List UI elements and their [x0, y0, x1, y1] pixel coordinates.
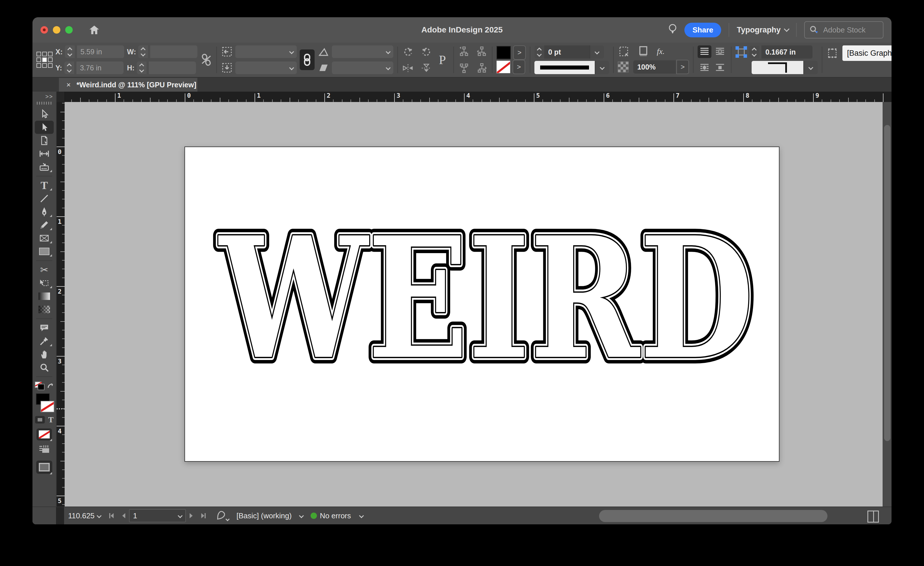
- gap-tool[interactable]: [35, 147, 54, 160]
- constrain-scale-link-button[interactable]: [300, 50, 315, 70]
- ruler-origin-corner[interactable]: [57, 92, 65, 102]
- stroke-weight-stepper[interactable]: [534, 46, 544, 58]
- x-stepper[interactable]: [65, 45, 75, 58]
- jump-object-button[interactable]: [713, 62, 727, 74]
- effects-fx-button[interactable]: fx.: [657, 47, 664, 56]
- selection-tool[interactable]: [35, 107, 54, 121]
- wrap-around-bounding-box-button[interactable]: [713, 45, 727, 58]
- fill-color-swatch[interactable]: [496, 46, 511, 59]
- page-tool[interactable]: [35, 134, 54, 147]
- minimize-window-button[interactable]: [53, 26, 60, 34]
- gradient-feather-tool[interactable]: [35, 303, 54, 316]
- vertical-ruler[interactable]: 012345: [57, 102, 64, 506]
- lightbulb-icon[interactable]: [668, 24, 677, 36]
- stroke-options-button[interactable]: >: [513, 60, 525, 74]
- split-window-icon[interactable]: [867, 510, 879, 522]
- reference-point-selector[interactable]: [36, 52, 52, 68]
- grid-options-icon[interactable]: [35, 443, 54, 456]
- pencil-tool[interactable]: [35, 218, 54, 231]
- stroke-color-none-swatch[interactable]: [496, 61, 510, 73]
- swap-fill-stroke-icon[interactable]: [47, 383, 54, 389]
- tools-panel-grip[interactable]: [37, 102, 52, 105]
- first-page-button[interactable]: [108, 512, 115, 519]
- opacity-options-button[interactable]: >: [676, 60, 689, 74]
- document-page[interactable]: WEIRD WEIRD WEIRD WEIRD: [184, 147, 780, 462]
- content-collector-tool[interactable]: [35, 160, 54, 174]
- corner-shape-swatch[interactable]: [752, 61, 803, 74]
- rotate-clockwise-icon[interactable]: [402, 45, 414, 57]
- w-stepper[interactable]: [138, 45, 148, 58]
- select-next-object-icon[interactable]: [476, 62, 488, 74]
- flip-horizontal-icon[interactable]: [402, 62, 414, 74]
- vertical-scrollbar-thumb[interactable]: [884, 125, 890, 441]
- h-input[interactable]: [149, 62, 196, 74]
- stroke-weight-dropdown[interactable]: [590, 45, 604, 59]
- constrain-dimensions-broken-link-icon[interactable]: [200, 54, 212, 66]
- stroke-type-swatch[interactable]: [534, 61, 595, 74]
- vertical-scrollbar[interactable]: [883, 102, 891, 506]
- select-previous-object-icon[interactable]: [476, 45, 488, 57]
- stroke-type-dropdown[interactable]: [595, 61, 609, 74]
- formatting-affects-text-icon[interactable]: T: [48, 415, 54, 424]
- corner-shape-dropdown[interactable]: [803, 61, 818, 74]
- scale-x-combo[interactable]: [235, 45, 297, 58]
- type-tool[interactable]: T: [35, 179, 54, 192]
- object-style-combo[interactable]: [Basic Graphics Frame]+: [842, 45, 891, 61]
- close-window-button[interactable]: [40, 26, 48, 34]
- free-transform-tool[interactable]: [35, 276, 54, 290]
- y-input[interactable]: 3.76 in: [76, 62, 123, 74]
- hand-tool[interactable]: [35, 348, 54, 361]
- adobe-stock-search[interactable]: Adobe Stock: [804, 21, 884, 39]
- last-page-button[interactable]: [200, 512, 207, 519]
- share-button[interactable]: Share: [684, 23, 721, 38]
- scale-y-combo[interactable]: [235, 62, 297, 74]
- frame-tool[interactable]: [35, 231, 54, 245]
- scissors-tool[interactable]: ✂: [35, 263, 54, 276]
- document-tab[interactable]: × *Weird.indd @ 111% [GPU Preview]: [59, 78, 197, 92]
- toolbar-stroke-none-swatch[interactable]: [40, 401, 54, 412]
- home-icon[interactable]: [89, 25, 99, 35]
- drop-shadow-icon[interactable]: [637, 45, 650, 57]
- gradient-swatch-tool[interactable]: [35, 290, 54, 303]
- fullscreen-window-button[interactable]: [65, 26, 73, 34]
- default-fill-stroke-icon[interactable]: [35, 381, 45, 390]
- close-tab-icon[interactable]: ×: [66, 80, 70, 89]
- previous-page-button[interactable]: [121, 512, 126, 519]
- corner-radius-value[interactable]: 0.1667 in: [761, 45, 813, 59]
- fill-options-button[interactable]: >: [513, 45, 526, 60]
- workspace-switcher[interactable]: Typography: [736, 26, 789, 35]
- rotate-counterclockwise-icon[interactable]: [420, 45, 432, 57]
- horizontal-ruler[interactable]: 10123456789: [65, 92, 891, 102]
- note-tool[interactable]: [35, 321, 54, 335]
- next-page-button[interactable]: [189, 512, 194, 519]
- screen-mode-button[interactable]: [35, 459, 54, 476]
- rotation-angle-combo[interactable]: [332, 45, 393, 58]
- rectangle-tool[interactable]: [35, 245, 54, 258]
- weird-outlined-artwork[interactable]: WEIRD WEIRD WEIRD WEIRD: [208, 222, 765, 383]
- preflight-profile[interactable]: [Basic] (working): [237, 511, 292, 520]
- eyedropper-tool[interactable]: [35, 335, 54, 348]
- pen-tool[interactable]: [35, 205, 54, 218]
- shear-angle-combo[interactable]: [332, 62, 393, 74]
- page-number-combo[interactable]: 1: [129, 509, 186, 522]
- stroke-weight-value[interactable]: 0 pt: [544, 45, 590, 59]
- corner-radius-stepper[interactable]: [749, 46, 759, 58]
- w-input[interactable]: [150, 45, 197, 58]
- line-tool[interactable]: [35, 192, 54, 205]
- select-container-icon[interactable]: [458, 45, 470, 57]
- select-content-icon[interactable]: [458, 62, 470, 74]
- y-stepper[interactable]: [64, 62, 74, 74]
- zoom-level-combo[interactable]: 110.625%: [68, 511, 101, 520]
- preflight-status[interactable]: No errors: [320, 511, 351, 520]
- zoom-tool[interactable]: [35, 361, 54, 374]
- horizontal-scrollbar-thumb[interactable]: [599, 510, 828, 522]
- apply-none-button[interactable]: [35, 426, 54, 443]
- preflight-menu[interactable]: [216, 511, 229, 521]
- corner-options-icon[interactable]: [618, 45, 630, 57]
- opacity-value[interactable]: 100%: [633, 60, 676, 74]
- h-stepper[interactable]: [137, 62, 147, 74]
- pasteboard[interactable]: WEIRD WEIRD WEIRD WEIRD: [64, 102, 883, 506]
- object-style-value[interactable]: [Basic Graphics Frame]+: [842, 45, 891, 61]
- direct-selection-tool[interactable]: [35, 121, 54, 134]
- no-text-wrap-button[interactable]: [698, 45, 711, 58]
